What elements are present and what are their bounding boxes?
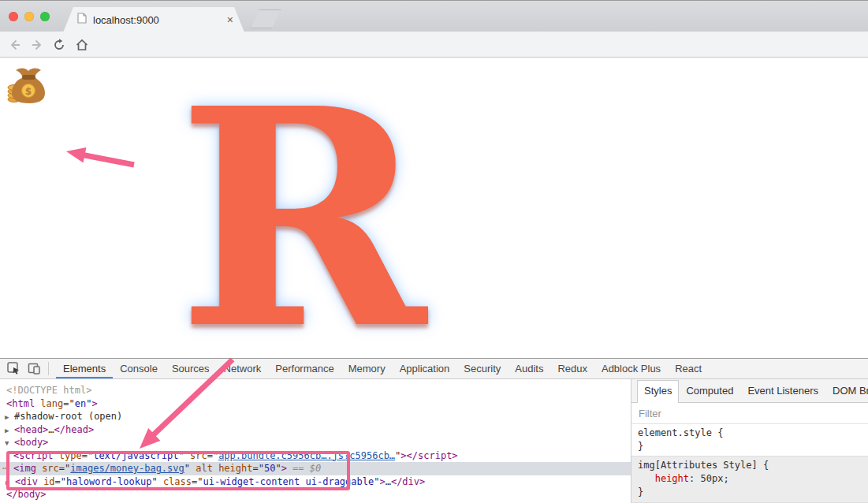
code-token: img[Attributes Style] {: [638, 460, 769, 471]
code-token: en: [75, 398, 86, 409]
elements-tree-line[interactable]: <script type="text/javascript" src="app.…: [0, 449, 631, 463]
elements-tree: <!DOCTYPE html><html lang="en">▶#shadow-…: [0, 379, 631, 503]
inspect-element-icon[interactable]: [7, 362, 20, 375]
styles-sections: element.style {}img[Attributes Style] { …: [631, 424, 868, 503]
elements-tree-line[interactable]: </body>: [0, 488, 631, 501]
devtools-tab-elements[interactable]: Elements: [56, 359, 113, 378]
page-favicon-icon: [77, 13, 87, 27]
devtools-tab-memory[interactable]: Memory: [341, 359, 393, 378]
styles-sidebar: StylesComputedEvent ListenersDOM Break F…: [631, 379, 868, 503]
code-token: …: [386, 476, 391, 487]
code-token: }: [638, 486, 643, 497]
code-token: …: [48, 424, 54, 435]
code-token: >: [379, 476, 385, 487]
devtools-tab-security[interactable]: Security: [456, 359, 508, 378]
code-token: }: [638, 441, 643, 452]
tab-title: localhost:9000: [93, 14, 227, 26]
tab-close-icon[interactable]: ×: [227, 14, 233, 25]
code-token: >: [281, 463, 287, 474]
code-token: app.bundle.c5956cb….js?c5956cb…: [218, 450, 395, 461]
styles-pane-tab-styles[interactable]: Styles: [637, 380, 679, 403]
svg-text:$: $: [25, 86, 32, 97]
new-tab-button[interactable]: [251, 9, 281, 28]
elements-tree-line[interactable]: ▼<body>: [0, 436, 631, 449]
elements-tree-line[interactable]: ▶#shadow-root (open): [0, 410, 631, 423]
code-token: height: [213, 463, 253, 474]
code-token: ": [184, 463, 190, 474]
elements-tree-line[interactable]: …<img src="images/money-bag.svg" alt hei…: [0, 462, 631, 475]
traffic-lights: [9, 12, 50, 21]
devtools-tab-sources[interactable]: Sources: [165, 359, 217, 378]
styles-pane-tab-event-listeners[interactable]: Event Listeners: [740, 381, 825, 402]
elements-tree-line[interactable]: ▶<head>…</head>: [0, 423, 631, 437]
elements-tree-line[interactable]: <html lang="en">: [0, 397, 631, 411]
style-rule-line[interactable]: height: 50px;: [638, 472, 862, 486]
style-rule-section: img[Attributes Style] { height: 50px;}: [631, 456, 868, 503]
reload-button[interactable]: [50, 36, 68, 54]
devtools-tab-adblock-plus[interactable]: Adblock Plus: [594, 359, 668, 378]
styles-pane-tab-dom-break[interactable]: DOM Break: [825, 381, 868, 402]
letter-r-image: R: [177, 69, 427, 369]
code-token: height: [655, 473, 689, 484]
code-token: [638, 473, 655, 484]
collapsed-twisty-icon[interactable]: ▶: [5, 424, 14, 438]
money-bag-image: $: [6, 65, 46, 108]
code-token: alt: [190, 463, 213, 474]
devtools-tab-react[interactable]: React: [668, 359, 709, 378]
code-token: =": [192, 476, 203, 487]
devtools-tab-performance[interactable]: Performance: [268, 359, 341, 378]
code-token: =": [59, 463, 70, 474]
devtools-tab-application[interactable]: Application: [393, 359, 457, 378]
browser-tab[interactable]: localhost:9000 ×: [63, 7, 244, 32]
code-token: element.style {: [638, 427, 723, 438]
overflow-gutter-icon[interactable]: …: [2, 460, 7, 473]
code-token: <div: [15, 476, 38, 487]
elements-tree-line[interactable]: ▶<div id="haloword-lookup" class="ui-wid…: [0, 475, 631, 489]
styles-pane-tabs: StylesComputedEvent ListenersDOM Break: [631, 379, 868, 403]
code-token: <!DOCTYPE html>: [6, 385, 91, 396]
code-token: ></script>: [400, 450, 457, 461]
toolbar-divider: [48, 362, 49, 375]
code-token: lang: [35, 398, 63, 409]
collapsed-twisty-icon[interactable]: ▶: [5, 411, 14, 424]
devtools-tab-console[interactable]: Console: [113, 359, 165, 378]
styles-filter-input[interactable]: Filter: [631, 403, 868, 424]
code-token: =": [252, 463, 263, 474]
styles-pane-tab-computed[interactable]: Computed: [679, 381, 740, 402]
code-token: ": [179, 450, 184, 461]
home-button[interactable]: [73, 36, 91, 54]
style-rule-line[interactable]: img[Attributes Style] {: [638, 459, 862, 472]
annotation-arrow-to-money-bag: [61, 140, 140, 173]
style-rule-line[interactable]: element.style {: [638, 427, 862, 440]
devtools-tabs: ElementsConsoleSourcesNetworkPerformance…: [56, 359, 709, 378]
code-token: == $0: [287, 463, 321, 474]
devtools-tab-audits[interactable]: Audits: [508, 359, 550, 378]
close-window-button[interactable]: [9, 12, 18, 21]
code-token: =": [207, 450, 218, 461]
code-token: images/money-bag.svg: [70, 463, 184, 474]
collapsed-twisty-icon[interactable]: ▶: [6, 476, 15, 490]
code-token: </body>: [6, 489, 47, 500]
minimize-window-button[interactable]: [24, 12, 34, 21]
page-content: $ R: [0, 58, 868, 358]
code-token: =": [82, 450, 93, 461]
style-rule-line[interactable]: }: [638, 486, 862, 499]
devtools-tab-network[interactable]: Network: [217, 359, 269, 378]
code-token: <script: [13, 450, 54, 461]
back-button[interactable]: [6, 36, 24, 54]
code-token: =": [55, 476, 66, 487]
zoom-window-button[interactable]: [40, 12, 50, 21]
code-token: text/javascript: [93, 450, 178, 461]
style-rule-line[interactable]: }: [638, 440, 862, 453]
devtools-tab-redux[interactable]: Redux: [550, 359, 594, 378]
code-token: : 50px;: [689, 473, 729, 484]
expanded-twisty-icon[interactable]: ▼: [5, 437, 14, 450]
code-token: haloword-lookup: [66, 476, 151, 487]
forward-button[interactable]: [28, 36, 46, 54]
tab-strip: localhost:9000 ×: [0, 0, 868, 32]
devtools-body: <!DOCTYPE html><html lang="en">▶#shadow-…: [0, 379, 868, 503]
code-token: id: [38, 476, 55, 487]
code-token: <body>: [14, 437, 48, 448]
elements-tree-line[interactable]: <!DOCTYPE html>: [0, 384, 631, 397]
device-toolbar-icon[interactable]: [28, 362, 41, 375]
